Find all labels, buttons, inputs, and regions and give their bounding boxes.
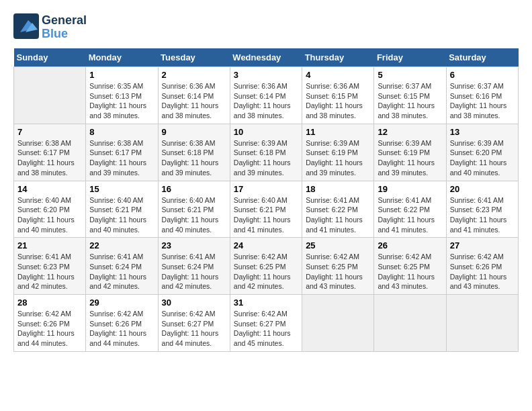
day-info: Sunrise: 6:42 AMSunset: 6:26 PMDaylight:…: [450, 252, 515, 291]
day-number: 26: [378, 240, 442, 250]
calendar-cell: [14, 67, 86, 124]
day-number: 28: [17, 298, 82, 308]
calendar-cell: 1Sunrise: 6:35 AMSunset: 6:13 PMDaylight…: [86, 67, 158, 124]
calendar-cell: 11Sunrise: 6:39 AMSunset: 6:19 PMDayligh…: [302, 124, 374, 181]
calendar-cell: 29Sunrise: 6:42 AMSunset: 6:26 PMDayligh…: [86, 295, 158, 352]
day-number: 13: [450, 127, 515, 137]
day-info: Sunrise: 6:40 AMSunset: 6:21 PMDaylight:…: [234, 195, 298, 235]
calendar-cell: 30Sunrise: 6:42 AMSunset: 6:27 PMDayligh…: [158, 295, 230, 352]
day-info: Sunrise: 6:38 AMSunset: 6:17 PMDaylight:…: [17, 138, 82, 178]
day-info: Sunrise: 6:39 AMSunset: 6:20 PMDaylight:…: [450, 138, 515, 178]
calendar-cell: 27Sunrise: 6:42 AMSunset: 6:26 PMDayligh…: [446, 238, 518, 295]
day-info: Sunrise: 6:42 AMSunset: 6:27 PMDaylight:…: [234, 309, 298, 349]
day-header-thursday: Thursday: [302, 48, 374, 67]
calendar-cell: 20Sunrise: 6:41 AMSunset: 6:23 PMDayligh…: [446, 181, 518, 238]
day-number: 10: [234, 127, 298, 137]
calendar-cell: 10Sunrise: 6:39 AMSunset: 6:18 PMDayligh…: [230, 124, 302, 181]
day-number: 19: [378, 184, 442, 194]
day-number: 29: [89, 298, 154, 308]
logo-general: General: [42, 14, 87, 28]
calendar-cell: 24Sunrise: 6:42 AMSunset: 6:25 PMDayligh…: [230, 238, 302, 295]
day-number: 7: [17, 127, 82, 137]
week-row-5: 28Sunrise: 6:42 AMSunset: 6:26 PMDayligh…: [14, 295, 519, 352]
calendar-cell: 6Sunrise: 6:37 AMSunset: 6:16 PMDaylight…: [446, 67, 518, 124]
calendar-cell: 18Sunrise: 6:41 AMSunset: 6:22 PMDayligh…: [302, 181, 374, 238]
calendar-cell: 14Sunrise: 6:40 AMSunset: 6:20 PMDayligh…: [14, 181, 86, 238]
calendar-body: 1Sunrise: 6:35 AMSunset: 6:13 PMDaylight…: [14, 67, 519, 352]
day-number: 20: [450, 184, 515, 194]
calendar-cell: 28Sunrise: 6:42 AMSunset: 6:26 PMDayligh…: [14, 295, 86, 352]
calendar-cell: 4Sunrise: 6:36 AMSunset: 6:15 PMDaylight…: [302, 67, 374, 124]
calendar-cell: 21Sunrise: 6:41 AMSunset: 6:23 PMDayligh…: [14, 238, 86, 295]
day-number: 21: [17, 240, 82, 250]
day-info: Sunrise: 6:41 AMSunset: 6:22 PMDaylight:…: [378, 195, 442, 235]
day-number: 17: [234, 184, 298, 194]
day-info: Sunrise: 6:37 AMSunset: 6:16 PMDaylight:…: [450, 81, 515, 121]
calendar-cell: 13Sunrise: 6:39 AMSunset: 6:20 PMDayligh…: [446, 124, 518, 181]
day-info: Sunrise: 6:39 AMSunset: 6:19 PMDaylight:…: [378, 138, 442, 178]
day-info: Sunrise: 6:36 AMSunset: 6:14 PMDaylight:…: [234, 81, 298, 121]
calendar-header: SundayMondayTuesdayWednesdayThursdayFrid…: [14, 48, 519, 67]
day-header-sunday: Sunday: [14, 48, 86, 67]
calendar-cell: 15Sunrise: 6:40 AMSunset: 6:21 PMDayligh…: [86, 181, 158, 238]
day-number: 16: [162, 184, 226, 194]
day-info: Sunrise: 6:42 AMSunset: 6:26 PMDaylight:…: [17, 309, 82, 349]
day-info: Sunrise: 6:37 AMSunset: 6:15 PMDaylight:…: [378, 81, 442, 121]
calendar-cell: 31Sunrise: 6:42 AMSunset: 6:27 PMDayligh…: [230, 295, 302, 352]
calendar-cell: [374, 295, 446, 352]
day-number: 25: [306, 240, 370, 250]
week-row-2: 7Sunrise: 6:38 AMSunset: 6:17 PMDaylight…: [14, 124, 519, 181]
day-info: Sunrise: 6:39 AMSunset: 6:19 PMDaylight:…: [306, 138, 370, 178]
day-info: Sunrise: 6:35 AMSunset: 6:13 PMDaylight:…: [89, 81, 154, 121]
day-number: 23: [162, 240, 226, 250]
day-info: Sunrise: 6:42 AMSunset: 6:25 PMDaylight:…: [306, 252, 370, 291]
calendar-cell: 2Sunrise: 6:36 AMSunset: 6:14 PMDaylight…: [158, 67, 230, 124]
day-number: 9: [162, 127, 226, 137]
calendar-cell: [446, 295, 518, 352]
day-info: Sunrise: 6:40 AMSunset: 6:20 PMDaylight:…: [17, 195, 82, 235]
logo-blue: Blue: [42, 28, 87, 41]
day-info: Sunrise: 6:40 AMSunset: 6:21 PMDaylight:…: [162, 195, 226, 235]
day-number: 6: [450, 70, 515, 80]
day-info: Sunrise: 6:39 AMSunset: 6:18 PMDaylight:…: [234, 138, 298, 178]
week-row-4: 21Sunrise: 6:41 AMSunset: 6:23 PMDayligh…: [14, 238, 519, 295]
logo-icon: [13, 13, 39, 42]
day-info: Sunrise: 6:41 AMSunset: 6:22 PMDaylight:…: [306, 195, 370, 235]
day-info: Sunrise: 6:36 AMSunset: 6:14 PMDaylight:…: [162, 81, 226, 121]
day-number: 2: [162, 70, 226, 80]
calendar-cell: 25Sunrise: 6:42 AMSunset: 6:25 PMDayligh…: [302, 238, 374, 295]
calendar-cell: 17Sunrise: 6:40 AMSunset: 6:21 PMDayligh…: [230, 181, 302, 238]
calendar-cell: 8Sunrise: 6:38 AMSunset: 6:17 PMDaylight…: [86, 124, 158, 181]
calendar-cell: 22Sunrise: 6:41 AMSunset: 6:24 PMDayligh…: [86, 238, 158, 295]
day-number: 3: [234, 70, 298, 80]
day-number: 14: [17, 184, 82, 194]
calendar-cell: 7Sunrise: 6:38 AMSunset: 6:17 PMDaylight…: [14, 124, 86, 181]
day-number: 1: [89, 70, 154, 80]
calendar-cell: 23Sunrise: 6:41 AMSunset: 6:24 PMDayligh…: [158, 238, 230, 295]
calendar-cell: 19Sunrise: 6:41 AMSunset: 6:22 PMDayligh…: [374, 181, 446, 238]
day-number: 18: [306, 184, 370, 194]
page-header: General Blue: [13, 13, 519, 42]
calendar-cell: [302, 295, 374, 352]
day-info: Sunrise: 6:38 AMSunset: 6:17 PMDaylight:…: [89, 138, 154, 178]
day-number: 15: [89, 184, 154, 194]
day-info: Sunrise: 6:41 AMSunset: 6:23 PMDaylight:…: [450, 195, 515, 235]
day-header-monday: Monday: [86, 48, 158, 67]
day-header-friday: Friday: [374, 48, 446, 67]
day-header-tuesday: Tuesday: [158, 48, 230, 67]
week-row-1: 1Sunrise: 6:35 AMSunset: 6:13 PMDaylight…: [14, 67, 519, 124]
week-row-3: 14Sunrise: 6:40 AMSunset: 6:20 PMDayligh…: [14, 181, 519, 238]
day-info: Sunrise: 6:40 AMSunset: 6:21 PMDaylight:…: [89, 195, 154, 235]
day-number: 30: [162, 298, 226, 308]
day-number: 24: [234, 240, 298, 250]
day-info: Sunrise: 6:42 AMSunset: 6:27 PMDaylight:…: [162, 309, 226, 349]
calendar-table: SundayMondayTuesdayWednesdayThursdayFrid…: [13, 48, 519, 352]
day-number: 22: [89, 240, 154, 250]
logo: General Blue: [13, 13, 87, 42]
days-header-row: SundayMondayTuesdayWednesdayThursdayFrid…: [14, 48, 519, 67]
day-info: Sunrise: 6:42 AMSunset: 6:26 PMDaylight:…: [89, 309, 154, 349]
day-number: 5: [378, 70, 442, 80]
day-header-wednesday: Wednesday: [230, 48, 302, 67]
calendar-cell: 3Sunrise: 6:36 AMSunset: 6:14 PMDaylight…: [230, 67, 302, 124]
calendar-cell: 16Sunrise: 6:40 AMSunset: 6:21 PMDayligh…: [158, 181, 230, 238]
